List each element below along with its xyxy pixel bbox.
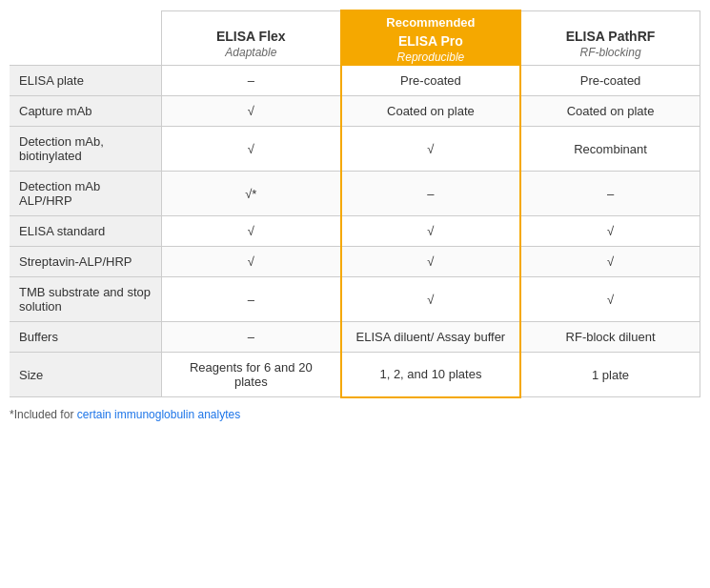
table-row: TMB substrate and stop solution–√√ <box>10 277 700 322</box>
table-row: Capture mAb√Coated on plateCoated on pla… <box>10 96 700 127</box>
flex-cell: √ <box>161 247 340 277</box>
feature-cell: Capture mAb <box>10 96 161 127</box>
feature-cell: TMB substrate and stop solution <box>10 277 161 322</box>
header-pro: Recommended ELISA Pro Reproducible <box>341 10 520 65</box>
pathrf-cell: √ <box>520 247 700 277</box>
table-row: ELISA plate–Pre-coatedPre-coated <box>10 65 700 96</box>
table-row: ELISA standard√√√ <box>10 216 700 247</box>
flex-cell: √ <box>161 216 340 247</box>
pro-cell: – <box>341 172 520 216</box>
pathrf-cell: Recombinant <box>520 127 700 172</box>
pathrf-product-name: ELISA PathRF <box>529 29 692 44</box>
pro-cell: √ <box>341 277 520 322</box>
flex-cell: Reagents for 6 and 20 plates <box>161 353 340 397</box>
pro-cell: √ <box>341 247 520 277</box>
table-row: Detection mAb ALP/HRP√*–– <box>10 172 700 216</box>
pro-cell: √ <box>341 216 520 247</box>
flex-cell: – <box>161 322 340 353</box>
flex-cell: – <box>161 65 340 96</box>
comparison-table-container: ELISA Flex Adaptable Recommended ELISA P… <box>10 10 700 421</box>
feature-cell: ELISA plate <box>10 65 161 96</box>
table-row: Detection mAb, biotinylated√√Recombinant <box>10 127 700 172</box>
pathrf-cell: √ <box>520 277 700 322</box>
feature-cell: Detection mAb, biotinylated <box>10 127 161 172</box>
pathrf-cell: √ <box>520 216 700 247</box>
flex-cell: √ <box>161 127 340 172</box>
flex-product-subtitle: Adaptable <box>170 46 333 59</box>
table-row: Streptavin-ALP/HRP√√√ <box>10 247 700 277</box>
table-row: Buffers–ELISA diluent/ Assay bufferRF-bl… <box>10 322 700 353</box>
footnote: *Included for certain immunoglobulin ana… <box>10 408 700 421</box>
comparison-table: ELISA Flex Adaptable Recommended ELISA P… <box>10 10 700 398</box>
pathrf-cell: RF-block diluent <box>520 322 700 353</box>
footnote-highlight: certain immunoglobulin analytes <box>77 408 240 421</box>
pathrf-cell: Coated on plate <box>520 96 700 127</box>
pro-cell: √ <box>341 127 520 172</box>
flex-product-name: ELISA Flex <box>170 29 333 44</box>
pro-cell: Pre-coated <box>341 65 520 96</box>
pro-product-subtitle: Reproducible <box>350 51 512 64</box>
pathrf-cell: Pre-coated <box>520 65 700 96</box>
table-row: SizeReagents for 6 and 20 plates1, 2, an… <box>10 353 700 397</box>
pathrf-cell: – <box>520 172 700 216</box>
pro-cell: 1, 2, and 10 plates <box>341 353 520 397</box>
flex-cell: √ <box>161 96 340 127</box>
header-pathrf: ELISA PathRF RF-blocking <box>520 10 700 65</box>
feature-cell: ELISA standard <box>10 216 161 247</box>
pro-cell: Coated on plate <box>341 96 520 127</box>
header-feature-cell <box>10 10 161 65</box>
feature-cell: Buffers <box>10 322 161 353</box>
feature-cell: Size <box>10 353 161 397</box>
pathrf-cell: 1 plate <box>520 353 700 397</box>
flex-cell: – <box>161 277 340 322</box>
pro-product-name: ELISA Pro <box>350 33 512 49</box>
flex-cell: √* <box>161 172 340 216</box>
feature-cell: Streptavin-ALP/HRP <box>10 247 161 277</box>
recommended-label: Recommended <box>350 15 512 30</box>
pathrf-product-subtitle: RF-blocking <box>529 46 692 59</box>
feature-cell: Detection mAb ALP/HRP <box>10 172 161 216</box>
footnote-text: *Included for certain immunoglobulin ana… <box>10 408 240 421</box>
header-flex: ELISA Flex Adaptable <box>161 10 340 65</box>
pro-cell: ELISA diluent/ Assay buffer <box>341 322 520 353</box>
